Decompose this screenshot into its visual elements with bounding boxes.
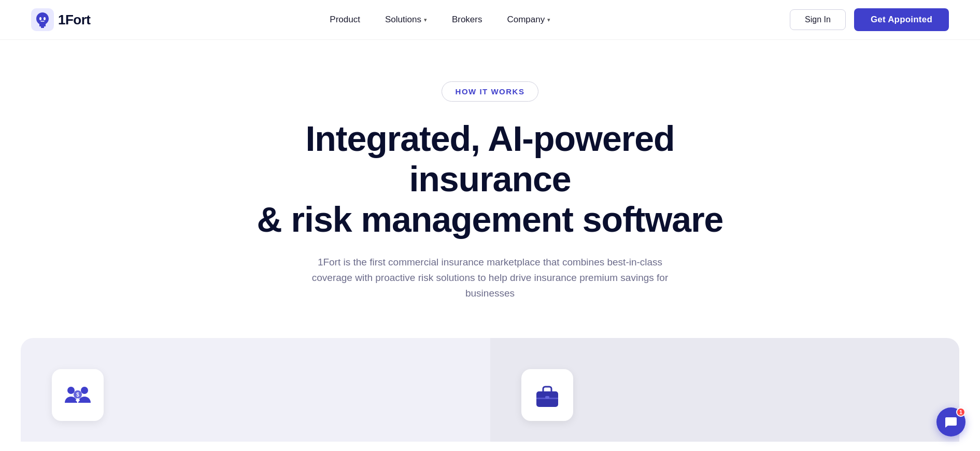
nav-item-product[interactable]: Product [330, 15, 360, 25]
get-appointed-button[interactable]: Get Appointed [854, 8, 949, 31]
cards-row: $ [21, 338, 959, 442]
svg-text:$: $ [76, 392, 79, 398]
chat-icon [944, 415, 958, 429]
how-it-works-badge: HOW IT WORKS [442, 81, 539, 102]
how-it-works-text: HOW IT WORKS [456, 87, 525, 96]
svg-point-1 [39, 17, 41, 20]
svg-point-3 [67, 387, 75, 394]
card-right [490, 338, 960, 442]
nav-item-brokers[interactable]: Brokers [452, 15, 482, 25]
hero-section: HOW IT WORKS Integrated, AI-powered insu… [0, 40, 980, 451]
briefcase-icon [532, 380, 562, 410]
navbar-nav: Product Solutions ▾ Brokers Company ▾ [330, 15, 550, 25]
svg-rect-9 [545, 396, 549, 399]
logo-icon [31, 8, 54, 31]
card-right-icon-wrapper [521, 369, 573, 421]
company-chevron-icon: ▾ [547, 17, 550, 23]
logo-link[interactable]: 1Fort [31, 8, 91, 31]
sign-in-button[interactable]: Sign In [790, 9, 846, 30]
navbar-actions: Sign In Get Appointed [790, 8, 949, 31]
card-left: $ [21, 338, 490, 442]
navbar: 1Fort Product Solutions ▾ Brokers Compan… [0, 0, 980, 40]
chat-bubble[interactable]: 1 [936, 407, 965, 436]
nav-item-company[interactable]: Company ▾ [507, 15, 550, 25]
svg-point-2 [44, 17, 46, 20]
chat-badge: 1 [956, 407, 965, 417]
nav-item-solutions[interactable]: Solutions ▾ [385, 15, 427, 25]
logo-text: 1Fort [58, 12, 91, 28]
people-money-icon: $ [63, 380, 93, 410]
hero-title: Integrated, AI-powered insurance & risk … [257, 118, 723, 240]
svg-point-4 [81, 387, 88, 394]
card-left-icon-wrapper: $ [52, 369, 104, 421]
solutions-chevron-icon: ▾ [424, 17, 427, 23]
hero-subtitle: 1Fort is the first commercial insurance … [299, 255, 682, 302]
